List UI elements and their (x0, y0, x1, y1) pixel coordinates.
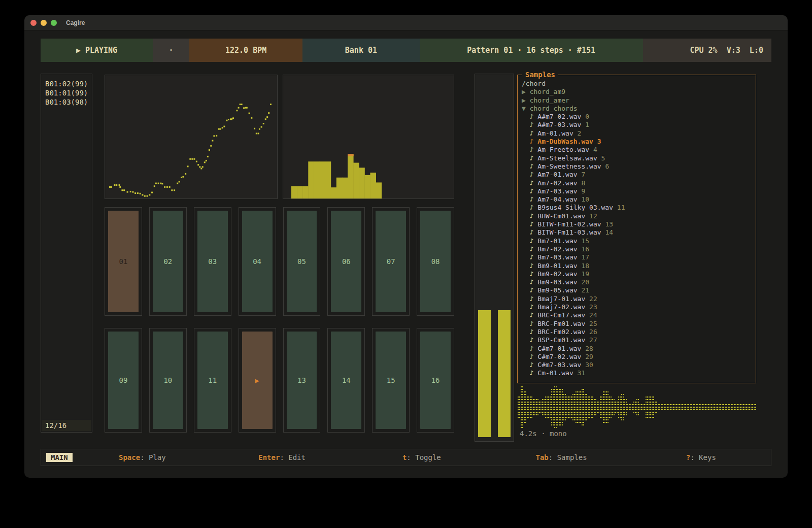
music-note-icon: ♪ (530, 146, 534, 153)
pad-03[interactable]: 03 (194, 207, 231, 316)
waveform-display (517, 386, 756, 428)
sample-file-item[interactable]: ♪ Bm7-03.wav 17 (522, 253, 756, 261)
pad-07[interactable]: 07 (372, 207, 410, 316)
status-segment-pulse: · (153, 39, 189, 62)
chevron-down-icon: ▼ (522, 105, 526, 112)
key-hint-keys: ?: Keys (631, 453, 771, 461)
music-note-icon: ♪ (530, 179, 534, 187)
music-note-icon: ♪ (530, 195, 534, 203)
zoom-button[interactable] (51, 20, 57, 26)
status-segment-bank: Bank 01 (302, 39, 419, 62)
music-note-icon: ♪ (530, 253, 534, 261)
sample-file-item[interactable]: ♪ BRC-Cm17.wav 24 (522, 311, 756, 319)
sample-file-item[interactable]: ♪ BSP-Cm01.wav 27 (522, 336, 756, 344)
key-hint-samples: Tab: Samples (491, 453, 631, 461)
sample-file-item[interactable]: ♪ Am7-01.wav 7 (522, 171, 756, 179)
sample-file-item[interactable]: ♪ Am-Sweetness.wav 6 (522, 162, 756, 171)
pad-13[interactable]: 13 (283, 328, 321, 433)
pad-12[interactable]: ▶ (239, 328, 276, 433)
pad-04[interactable]: 04 (239, 207, 276, 316)
pitch-scatter-chart (105, 75, 278, 199)
status-bar: ▶ PLAYING·122.0 BPMBank 01Pattern 01 · 1… (41, 39, 771, 62)
pad-label: 11 (197, 332, 228, 429)
pad-label: 02 (153, 211, 183, 312)
sample-file-item[interactable]: ♪ Am7-04.wav 10 (522, 195, 756, 204)
pad-08[interactable]: 08 (417, 207, 454, 316)
play-icon: ▶ (242, 332, 273, 429)
music-note-icon: ♪ (530, 113, 534, 120)
pad-02[interactable]: 02 (149, 207, 187, 316)
key-hint-play: Space: Play (73, 453, 212, 461)
music-note-icon: ♪ (530, 295, 534, 303)
sample-file-item[interactable]: ♪ BITW-Fm11-02.wav 13 (522, 220, 756, 228)
window-title: Cagire (66, 19, 85, 26)
music-note-icon: ♪ (530, 303, 534, 311)
sample-file-item[interactable]: ♪ Bmaj7-02.wav 23 (522, 303, 756, 311)
pad-16[interactable]: 16 (417, 328, 454, 433)
note-event: B01:03(98) (45, 97, 92, 107)
sample-file-item[interactable]: ♪ C#m7-03.wav 30 (522, 361, 756, 369)
folder-item-chord_am9[interactable]: ▶ chord_am9 (522, 88, 756, 96)
sample-file-item[interactable]: ♪ Cm-01.wav 31 (522, 369, 756, 377)
music-note-icon: ♪ (530, 320, 534, 327)
sample-file-item[interactable]: ♪ Bm7-01.wav 15 (522, 237, 756, 245)
music-note-icon: ♪ (530, 336, 534, 344)
pad-09[interactable]: 09 (105, 328, 142, 433)
music-note-icon: ♪ (530, 245, 534, 253)
music-note-icon: ♪ (530, 369, 534, 377)
samples-browser-panel: Samples /chord▶ chord_am9▶ chord_amer▼ c… (517, 75, 756, 383)
close-button[interactable] (30, 20, 37, 26)
histogram-canvas (283, 75, 454, 199)
sample-file-item[interactable]: ♪ BHW-Cm01.wav 12 (522, 212, 756, 220)
sample-file-item[interactable]: ♪ Am7-02.wav 8 (522, 179, 756, 187)
note-events-panel: B01:02(99)B01:01(99)B01:03(98) 12/16 (41, 74, 92, 433)
sample-file-item[interactable]: ♪ Bm9-03.wav 20 (522, 278, 756, 286)
chevron-right-icon: ▶ (522, 96, 526, 104)
pad-grid: 0102030405060708091011▶13141516 (105, 207, 454, 433)
folder-item-chord_chords[interactable]: ▼ chord_chords (522, 105, 756, 113)
sample-file-item[interactable]: ♪ B9sus4 Silky 03.wav 11 (522, 204, 756, 212)
sample-file-item[interactable]: ♪ Am-Steelsaw.wav 5 (522, 154, 756, 162)
step-counter: 12/16 (42, 420, 91, 431)
music-note-icon: ♪ (530, 220, 534, 228)
sample-file-item[interactable]: ♪ A#m7-02.wav 0 (522, 113, 756, 121)
music-note-icon: ♪ (530, 129, 534, 137)
pad-label: 07 (376, 211, 406, 312)
folder-item-chord_amer[interactable]: ▶ chord_amer (522, 96, 756, 105)
note-event: B01:01(99) (45, 88, 92, 97)
sample-file-item[interactable]: ♪ C#m7-01.wav 28 (522, 345, 756, 353)
velocity-histogram-chart (283, 75, 454, 199)
sample-file-item[interactable]: ♪ BITW-Fm11-03.wav 14 (522, 228, 756, 237)
pad-10[interactable]: 10 (149, 328, 187, 433)
mode-badge: MAIN (46, 453, 73, 462)
pad-06[interactable]: 06 (327, 207, 365, 316)
music-note-icon: ♪ (530, 171, 534, 178)
pad-label: 01 (108, 211, 139, 312)
sample-file-item[interactable]: ♪ Am-Freeto.wav 4 (522, 146, 756, 154)
pad-05[interactable]: 05 (283, 207, 321, 316)
music-note-icon: ♪ (530, 361, 534, 369)
sample-file-item[interactable]: ♪ Am-DubWash.wav 3 (522, 138, 756, 146)
sample-file-item[interactable]: ♪ Am-01.wav 2 (522, 129, 756, 138)
level-meter-left (478, 310, 491, 437)
music-note-icon: ♪ (530, 154, 534, 162)
pad-01[interactable]: 01 (105, 207, 142, 316)
sample-file-item[interactable]: ♪ Bm9-02.wav 19 (522, 270, 756, 278)
pad-11[interactable]: 11 (194, 328, 231, 433)
sample-file-item[interactable]: ♪ BRC-Fm01.wav 25 (522, 320, 756, 328)
pad-14[interactable]: 14 (327, 328, 365, 433)
sample-file-item[interactable]: ♪ C#m7-02.wav 29 (522, 353, 756, 361)
pad-15[interactable]: 15 (372, 328, 410, 433)
sample-file-item[interactable]: ♪ Bm9-01.wav 18 (522, 262, 756, 270)
music-note-icon: ♪ (530, 204, 534, 211)
sample-file-item[interactable]: ♪ Bmaj7-01.wav 22 (522, 295, 756, 303)
minimize-button[interactable] (41, 20, 47, 26)
level-meters-panel (475, 74, 514, 442)
sample-file-item[interactable]: ♪ Bm9-05.wav 21 (522, 286, 756, 294)
sample-file-item[interactable]: ♪ BRC-Fm02.wav 26 (522, 328, 756, 336)
sample-file-item[interactable]: ♪ Bm7-02.wav 16 (522, 245, 756, 253)
music-note-icon: ♪ (530, 212, 534, 220)
sample-file-item[interactable]: ♪ Am7-03.wav 9 (522, 187, 756, 195)
sample-file-item[interactable]: ♪ A#m7-03.wav 1 (522, 121, 756, 129)
music-note-icon: ♪ (530, 237, 534, 245)
